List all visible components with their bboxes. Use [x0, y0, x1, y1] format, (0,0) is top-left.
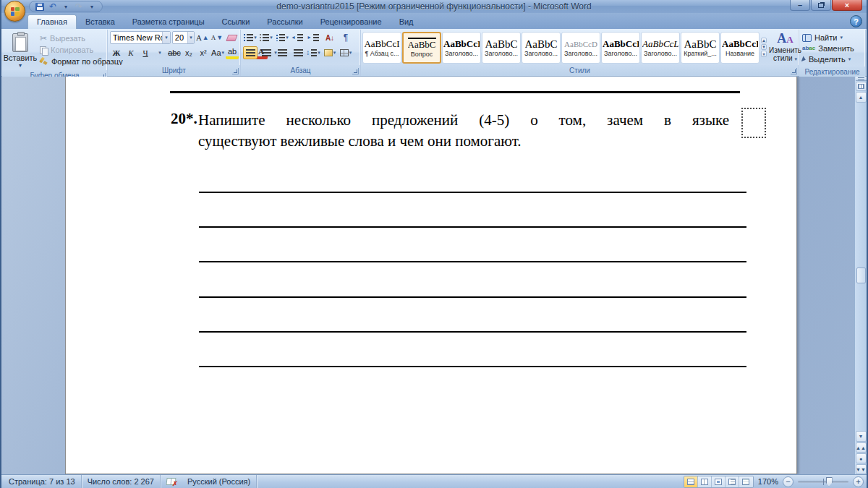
align-left-button[interactable]: [243, 46, 258, 59]
style-item-normal[interactable]: AaBbCcI ¶ Абзац с...: [362, 32, 401, 64]
gallery-scroll-up-button[interactable]: ▲: [761, 38, 767, 43]
font-size-input[interactable]: [173, 33, 187, 43]
proofing-indicator[interactable]: [161, 475, 182, 488]
change-case-button[interactable]: Аа▾: [211, 46, 224, 59]
shading-button[interactable]: ▾: [323, 46, 337, 59]
scroll-down-button[interactable]: ▼: [856, 431, 867, 442]
sort-button[interactable]: А↓: [323, 31, 337, 44]
borders-button[interactable]: ▾: [339, 46, 353, 59]
zoom-slider-handle[interactable]: [826, 477, 833, 487]
font-name-input[interactable]: [111, 33, 162, 43]
undo-dropdown[interactable]: ▾: [60, 1, 72, 12]
dialog-launcher-icon[interactable]: [352, 68, 359, 74]
style-label: Заголово...: [485, 50, 518, 57]
scrollbar-track[interactable]: [856, 103, 867, 431]
replace-button[interactable]: abac Заменить: [802, 43, 862, 53]
bold-button[interactable]: Ж: [110, 46, 123, 59]
show-hide-marks-button[interactable]: ¶: [339, 31, 353, 44]
justify-button[interactable]: [291, 46, 305, 59]
select-button[interactable]: Выделить ▾: [802, 53, 862, 64]
decrease-indent-button[interactable]: [291, 31, 305, 44]
change-styles-button[interactable]: AA Изменить стили ▾: [769, 32, 801, 63]
zoom-out-button[interactable]: −: [783, 476, 793, 487]
grow-font-button[interactable]: А▲: [196, 31, 209, 44]
paste-button[interactable]: Вставить ▾: [4, 31, 36, 69]
style-item-heading6[interactable]: AaBbCcL Заголово...: [641, 32, 680, 64]
fullscreen-reading-view-button[interactable]: [698, 476, 712, 487]
style-item-heading3[interactable]: AaBbC Заголово...: [522, 32, 561, 64]
vertical-scrollbar[interactable]: ▲ ▼ ▲▲ ● ▼▼: [854, 77, 867, 474]
underline-button[interactable]: Ч: [139, 46, 152, 59]
strikethrough-button[interactable]: abc: [168, 46, 181, 59]
answer-line: [199, 331, 746, 333]
document-page[interactable]: 20*. Напишите несколько предложений (4-5…: [65, 77, 797, 474]
font-size-combo[interactable]: ▾: [172, 31, 195, 44]
minimize-button[interactable]: –: [790, 0, 810, 11]
close-button[interactable]: ×: [832, 0, 862, 11]
gallery-scroll-down-button[interactable]: ▼: [761, 44, 767, 50]
align-right-button[interactable]: [275, 46, 289, 59]
shrink-font-button[interactable]: А▼: [210, 31, 224, 44]
clear-formatting-button[interactable]: [225, 31, 238, 44]
find-button[interactable]: Найти ▾: [802, 32, 862, 43]
redo-button[interactable]: ↷: [73, 1, 85, 12]
restore-button[interactable]: [811, 0, 831, 11]
numbering-button[interactable]: ▾: [259, 31, 273, 44]
gallery-more-button[interactable]: ▾: [761, 51, 767, 57]
italic-button[interactable]: К: [124, 46, 137, 59]
next-page-button[interactable]: ▼▼: [856, 464, 867, 474]
superscript-button[interactable]: x²: [197, 46, 210, 59]
style-item-short[interactable]: AaBbC Краткий_...: [681, 32, 720, 64]
office-button[interactable]: [4, 1, 25, 22]
language-indicator[interactable]: Русский (Россия): [182, 475, 257, 488]
tab-page-layout[interactable]: Разметка страницы: [124, 15, 213, 29]
style-item-heading1[interactable]: AaBbCcI Заголово...: [442, 32, 481, 64]
tab-view[interactable]: Вид: [391, 15, 422, 29]
line-spacing-button[interactable]: ▾: [307, 46, 321, 59]
zoom-in-button[interactable]: +: [853, 476, 864, 487]
style-item-title[interactable]: AaBbCcI Название: [720, 32, 760, 64]
dialog-launcher-icon[interactable]: [232, 68, 239, 74]
style-item-heading2[interactable]: AaBbC Заголово...: [482, 32, 521, 64]
word-count-indicator[interactable]: Число слов: 2 267: [82, 475, 161, 488]
undo-button[interactable]: ↶: [47, 1, 59, 12]
web-layout-view-button[interactable]: [712, 476, 726, 487]
tab-insert[interactable]: Вставка: [77, 15, 124, 29]
dialog-launcher-icon[interactable]: [791, 68, 797, 74]
tab-review[interactable]: Рецензирование: [312, 15, 391, 29]
highlight-button[interactable]: ab: [226, 46, 239, 59]
customize-qat-button[interactable]: ▾: [86, 1, 98, 12]
subscript-button[interactable]: x₂: [182, 46, 195, 59]
style-item-heading4[interactable]: AaBbCcD Заголово...: [561, 32, 600, 64]
zoom-level[interactable]: 170%: [758, 477, 778, 486]
chevron-down-icon[interactable]: ▾: [162, 32, 170, 43]
question-paragraph[interactable]: 20*. Напишите несколько предложений (4-5…: [171, 110, 729, 152]
save-button[interactable]: [34, 1, 46, 12]
previous-page-button[interactable]: ▲▲: [856, 442, 867, 453]
ruler-toggle-button[interactable]: [856, 82, 867, 91]
select-browse-object-button[interactable]: ●: [856, 453, 867, 463]
scroll-up-button[interactable]: ▲: [856, 92, 867, 103]
style-item-heading5[interactable]: AaBbCcI Заголово...: [601, 32, 640, 64]
tab-references[interactable]: Ссылки: [213, 15, 259, 29]
zoom-slider-track[interactable]: [798, 481, 848, 483]
print-layout-view-button[interactable]: [684, 476, 698, 487]
chevron-down-icon: ▾: [794, 56, 797, 61]
chevron-down-icon[interactable]: ▾: [187, 32, 193, 43]
underline-dropdown[interactable]: ▾: [153, 46, 166, 59]
style-item-question[interactable]: AaBbC Вопрос: [402, 32, 441, 64]
increase-indent-button[interactable]: [307, 31, 321, 44]
split-window-handle[interactable]: [856, 77, 867, 81]
align-center-button[interactable]: [259, 46, 273, 59]
bullets-button[interactable]: ▾: [243, 31, 258, 44]
tab-home[interactable]: Главная: [27, 14, 77, 29]
outline-view-button[interactable]: [726, 476, 739, 487]
scrollbar-thumb[interactable]: [856, 267, 866, 283]
font-name-combo[interactable]: ▾: [110, 31, 171, 44]
page-indicator[interactable]: Страница: 7 из 13: [3, 475, 82, 488]
multilevel-list-button[interactable]: ▾: [275, 31, 289, 44]
answer-field-box[interactable]: [741, 108, 766, 138]
draft-view-button[interactable]: [739, 476, 753, 487]
tab-mailings[interactable]: Рассылки: [258, 15, 311, 29]
help-button[interactable]: ?: [850, 15, 862, 27]
